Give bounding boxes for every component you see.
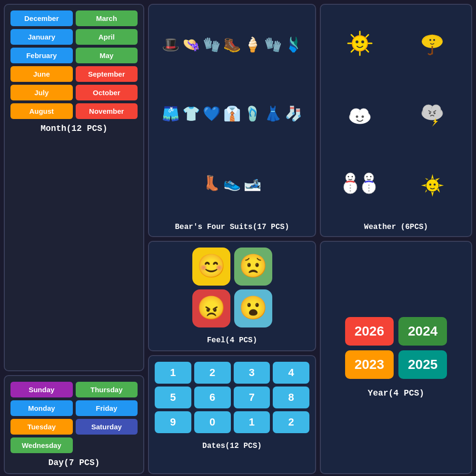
svg-point-32 <box>348 176 349 178</box>
svg-point-20 <box>356 115 358 118</box>
left-panels: DecemberMarchJanuaryAprilFebruaryMayJune… <box>4 4 144 474</box>
year-panel: 2026202420232025 Year(4 PCS) <box>320 241 472 474</box>
day-monday[interactable]: Monday <box>10 400 73 416</box>
year-2025[interactable]: 2025 <box>398 350 447 379</box>
date-btn-8[interactable]: 9 <box>155 411 191 433</box>
suit-item-10: 👔 <box>223 105 241 123</box>
right-top: 🎩👒🧤🥾🍦🧤🩱🩳👕💙👔🩴👗🧦👢👟🎿 Bear's Four Suits(17 P… <box>148 4 472 237</box>
suits-label: Bear's Four Suits(17 PCS) <box>175 223 289 231</box>
svg-point-53 <box>429 183 431 186</box>
suits-panel: 🎩👒🧤🥾🍦🧤🩱🩳👕💙👔🩴👗🧦👢👟🎿 Bear's Four Suits(17 P… <box>148 4 316 237</box>
surprised-face: 😮 <box>234 289 272 327</box>
svg-marker-51 <box>425 189 428 193</box>
svg-point-21 <box>362 115 364 118</box>
angry-face: 😠 <box>192 289 230 327</box>
date-btn-3[interactable]: 4 <box>273 362 309 384</box>
days-grid: SundayThursdayMondayFridayTuesdaySaturda… <box>10 382 138 453</box>
days-panel: SundayThursdayMondayFridayTuesdaySaturda… <box>4 375 144 474</box>
dates-grid: 123456789012 <box>155 362 309 433</box>
month-march[interactable]: March <box>76 10 138 26</box>
svg-line-8 <box>351 50 354 52</box>
month-july[interactable]: July <box>10 85 73 100</box>
day-thursday[interactable]: Thursday <box>76 382 138 397</box>
month-june[interactable]: June <box>10 66 73 82</box>
month-january[interactable]: January <box>10 29 73 45</box>
svg-point-40 <box>370 176 372 178</box>
svg-marker-52 <box>425 178 428 181</box>
svg-point-10 <box>361 40 364 43</box>
month-label: Month(12 PCS) <box>10 124 138 133</box>
svg-marker-47 <box>431 191 434 197</box>
sun-icon <box>346 29 374 58</box>
day-sunday[interactable]: Sunday <box>10 382 73 397</box>
svg-point-44 <box>426 179 438 191</box>
date-btn-4[interactable]: 5 <box>155 387 191 408</box>
svg-point-43 <box>368 190 370 192</box>
svg-line-5 <box>351 35 354 37</box>
svg-point-25 <box>423 109 442 120</box>
svg-point-41 <box>368 185 370 186</box>
year-2023[interactable]: 2023 <box>345 350 394 379</box>
month-august[interactable]: August <box>10 103 73 119</box>
date-btn-1[interactable]: 2 <box>194 362 231 384</box>
worried-face: 😟 <box>234 248 272 286</box>
year-2024[interactable]: 2024 <box>398 317 447 346</box>
day-wednesday[interactable]: Wednesday <box>10 437 73 453</box>
date-btn-6[interactable]: 7 <box>234 387 270 408</box>
weather-icons <box>326 10 466 219</box>
svg-point-28 <box>429 112 431 114</box>
date-btn-0[interactable]: 1 <box>155 362 191 384</box>
year-2026[interactable]: 2026 <box>345 317 394 346</box>
svg-point-36 <box>350 190 351 192</box>
suit-item-9: 💙 <box>203 105 220 123</box>
svg-line-6 <box>366 50 368 52</box>
date-btn-2[interactable]: 3 <box>234 362 270 384</box>
date-btn-9[interactable]: 0 <box>194 411 231 433</box>
svg-point-54 <box>433 183 436 186</box>
happy-face: 😊 <box>192 248 230 286</box>
left-bottom-section: 😊😟😠😮 Feel(4 PCS) 123456789012 Dates(12 P… <box>148 241 316 474</box>
svg-point-35 <box>350 188 351 189</box>
feel-grid: 😊😟😠😮 <box>192 248 272 327</box>
month-november[interactable]: November <box>76 103 138 119</box>
day-label: Day(7 PCS) <box>10 458 138 467</box>
feel-panel: 😊😟😠😮 Feel(4 PCS) <box>148 241 316 351</box>
month-may[interactable]: May <box>76 48 138 63</box>
right-bottom: 😊😟😠😮 Feel(4 PCS) 123456789012 Dates(12 P… <box>148 241 472 474</box>
small-sun-icon <box>419 172 446 198</box>
suit-item-12: 👗 <box>264 105 282 123</box>
svg-point-9 <box>356 40 358 43</box>
snowmen-icon <box>342 171 377 199</box>
suit-item-14: 👢 <box>203 175 220 192</box>
suit-item-6: 🩱 <box>285 36 302 54</box>
svg-point-39 <box>367 176 368 178</box>
cloud-happy-icon <box>346 100 374 129</box>
svg-point-13 <box>427 37 437 46</box>
suit-item-5: 🧤 <box>264 36 282 54</box>
months-panel: DecemberMarchJanuaryAprilFebruaryMayJune… <box>4 4 144 371</box>
suit-item-15: 👟 <box>223 175 241 192</box>
date-btn-10[interactable]: 1 <box>234 411 270 433</box>
day-friday[interactable]: Friday <box>76 400 138 416</box>
svg-marker-46 <box>438 184 444 187</box>
date-btn-11[interactable]: 2 <box>273 411 309 433</box>
month-september[interactable]: September <box>76 66 138 82</box>
suit-item-2: 🧤 <box>203 36 220 54</box>
svg-point-42 <box>368 188 370 189</box>
suit-item-0: 🎩 <box>162 36 179 54</box>
month-april[interactable]: April <box>76 29 138 45</box>
date-btn-5[interactable]: 6 <box>194 387 231 408</box>
month-october[interactable]: October <box>76 85 138 100</box>
day-saturday[interactable]: Saturday <box>76 419 138 435</box>
day-tuesday[interactable]: Tuesday <box>10 419 73 435</box>
date-btn-7[interactable]: 8 <box>273 387 309 408</box>
year-grid: 2026202420232025 <box>345 317 447 379</box>
month-december[interactable]: December <box>10 10 73 26</box>
svg-point-15 <box>433 39 435 41</box>
year-label: Year(4 PCS) <box>368 388 425 398</box>
month-february[interactable]: February <box>10 48 73 63</box>
svg-line-7 <box>366 35 368 37</box>
weather-label: Weather (6PCS) <box>364 223 428 231</box>
months-grid: DecemberMarchJanuaryAprilFebruaryMayJune… <box>10 10 138 119</box>
umbrella-icon <box>418 29 446 58</box>
